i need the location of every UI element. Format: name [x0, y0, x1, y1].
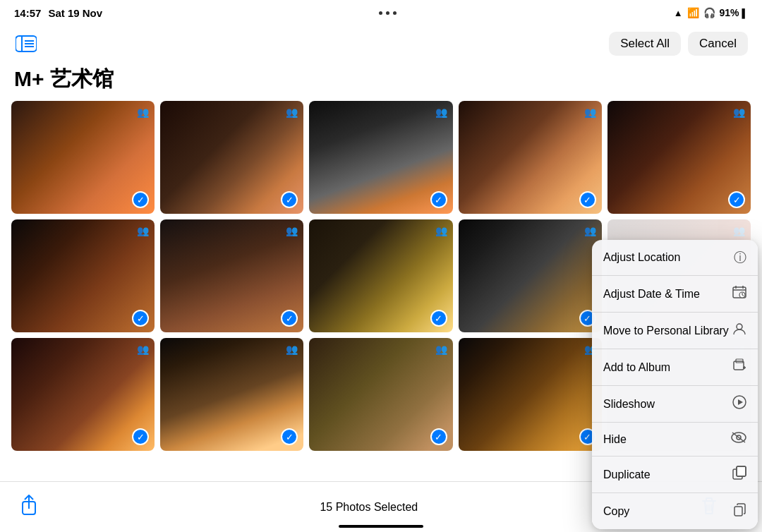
svg-marker-18	[738, 399, 743, 405]
status-left: 14:57 Sat 19 Nov	[14, 7, 102, 19]
menu-item-adjust-location[interactable]: Adjust Location ⓘ	[592, 240, 758, 276]
shared-icon: 👥	[137, 225, 149, 236]
status-time: 14:57	[14, 7, 41, 19]
photo-cell[interactable]: 👥 ✓	[160, 219, 303, 332]
selected-count-text: 15 Photos Selected	[320, 501, 418, 514]
hide-label: Hide	[603, 433, 627, 446]
sidebar-toggle-button[interactable]	[14, 34, 38, 54]
check-badge: ✓	[430, 428, 447, 445]
add-to-album-label: Add to Album	[603, 361, 670, 374]
copy-label: Copy	[603, 505, 629, 518]
shared-icon: 👥	[435, 225, 447, 236]
signal-icon: ▲	[674, 8, 683, 18]
menu-item-duplicate[interactable]: Duplicate	[592, 457, 758, 493]
headphones-icon: 🎧	[703, 7, 715, 18]
move-to-personal-icon	[732, 322, 746, 339]
photo-cell[interactable]: 👥 ✓	[309, 338, 452, 451]
check-badge: ✓	[430, 310, 447, 327]
photo-cell[interactable]: 👥 ✓	[160, 338, 303, 451]
check-badge: ✓	[579, 191, 596, 208]
wifi-icon: 📶	[687, 7, 699, 18]
status-center	[379, 11, 397, 15]
shared-icon: 👥	[286, 107, 298, 118]
menu-item-slideshow[interactable]: Slideshow	[592, 386, 758, 423]
photo-cell[interactable]: 👥 ✓	[459, 219, 602, 332]
shared-icon: 👥	[137, 344, 149, 355]
photo-cell[interactable]: 👥 ✓	[11, 101, 155, 214]
cancel-button[interactable]: Cancel	[688, 32, 748, 56]
shared-icon: 👥	[286, 344, 298, 355]
battery-icon: 91% ▌	[720, 7, 748, 18]
top-nav: Select All Cancel	[0, 25, 762, 62]
move-to-personal-label: Move to Personal Library	[603, 325, 729, 337]
share-button[interactable]	[20, 495, 38, 520]
home-indicator	[339, 525, 423, 528]
photo-cell[interactable]: 👥 ✓	[459, 338, 602, 451]
shared-icon: 👥	[584, 107, 596, 118]
page-title: M+ 艺术馆	[0, 62, 762, 101]
svg-rect-23	[737, 466, 746, 476]
check-badge: ✓	[132, 191, 149, 208]
shared-icon: 👥	[435, 107, 447, 118]
context-menu: Adjust Location ⓘ Adjust Date & Time Mov…	[592, 240, 758, 529]
menu-item-adjust-date-time[interactable]: Adjust Date & Time	[592, 276, 758, 313]
photo-cell[interactable]: 👥 ✓	[309, 219, 452, 332]
copy-icon	[732, 502, 746, 520]
adjust-location-label: Adjust Location	[603, 251, 680, 264]
photo-cell[interactable]: 👥 ✓	[11, 219, 155, 332]
shared-icon: 👥	[733, 107, 745, 118]
shared-icon: 👥	[733, 225, 745, 236]
photo-cell[interactable]: 👥 ✓	[459, 101, 602, 214]
check-badge: ✓	[728, 191, 745, 208]
photo-cell[interactable]: 👥 ✓	[309, 101, 452, 214]
photo-cell[interactable]: 👥 ✓	[11, 338, 155, 451]
shared-icon: 👥	[137, 107, 149, 118]
photo-cell[interactable]: 👥 ✓	[160, 101, 303, 214]
photo-row-1: 👥 ✓ 👥 ✓ 👥 ✓ 👥 ✓ 👥 ✓	[11, 101, 751, 214]
status-bar: 14:57 Sat 19 Nov ▲ 📶 🎧 91% ▌	[0, 0, 762, 25]
menu-item-copy[interactable]: Copy	[592, 493, 758, 529]
shared-icon: 👥	[435, 344, 447, 355]
menu-item-hide[interactable]: Hide	[592, 423, 758, 457]
top-nav-right: Select All Cancel	[609, 32, 748, 56]
duplicate-icon	[732, 466, 746, 483]
shared-icon: 👥	[286, 225, 298, 236]
check-badge: ✓	[132, 428, 149, 445]
check-badge: ✓	[281, 191, 298, 208]
status-right: ▲ 📶 🎧 91% ▌	[674, 7, 748, 18]
duplicate-label: Duplicate	[603, 468, 651, 481]
check-badge: ✓	[281, 428, 298, 445]
slideshow-icon	[732, 395, 746, 413]
select-all-button[interactable]: Select All	[609, 32, 681, 56]
adjust-date-time-label: Adjust Date & Time	[603, 288, 700, 301]
photo-cell[interactable]: 👥 ✓	[607, 101, 751, 214]
check-badge: ✓	[430, 191, 447, 208]
status-date: Sat 19 Nov	[48, 7, 102, 19]
adjust-location-icon: ⓘ	[734, 249, 746, 266]
menu-item-move-to-personal[interactable]: Move to Personal Library	[592, 313, 758, 349]
svg-rect-25	[734, 507, 742, 516]
adjust-date-time-icon	[732, 285, 746, 303]
menu-item-add-to-album[interactable]: Add to Album	[592, 349, 758, 386]
svg-point-12	[737, 324, 742, 330]
add-to-album-icon	[732, 358, 746, 376]
check-badge: ✓	[281, 310, 298, 327]
hide-icon	[731, 432, 746, 447]
check-badge: ✓	[132, 310, 149, 327]
shared-icon: 👥	[584, 225, 596, 236]
slideshow-label: Slideshow	[603, 398, 655, 411]
